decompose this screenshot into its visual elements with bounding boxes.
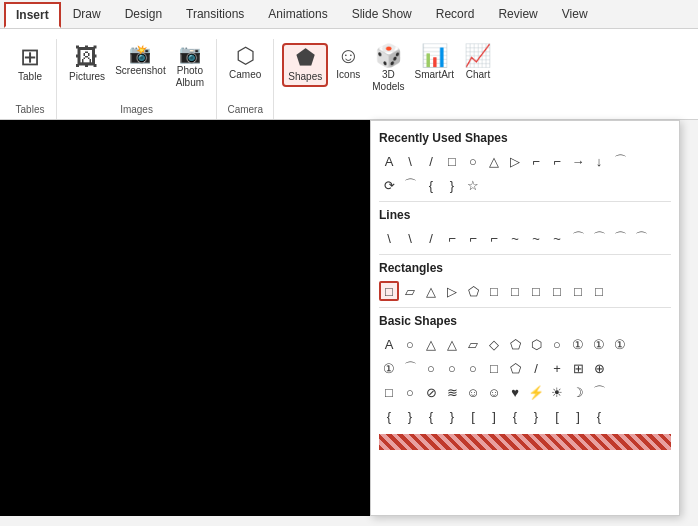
photo-album-button[interactable]: 📷 PhotoAlbum xyxy=(172,43,208,91)
tab-record[interactable]: Record xyxy=(424,0,487,28)
shape-oval[interactable]: ○ xyxy=(463,151,483,171)
shape-line1[interactable]: \ xyxy=(400,151,420,171)
line-11[interactable]: ⌒ xyxy=(589,228,609,248)
bs-sq1[interactable]: □ xyxy=(379,382,399,402)
bs-plus[interactable]: + xyxy=(547,358,567,378)
rect-6[interactable]: □ xyxy=(526,281,546,301)
line-1[interactable]: \ xyxy=(379,228,399,248)
shape-rtriangle[interactable]: ▷ xyxy=(505,151,525,171)
chart-button[interactable]: 📈 Chart xyxy=(460,43,496,83)
line-9[interactable]: ~ xyxy=(547,228,567,248)
bs-para[interactable]: ▱ xyxy=(463,334,483,354)
rect-8[interactable]: □ xyxy=(568,281,588,301)
bs-circle1[interactable]: ① xyxy=(568,334,588,354)
tab-draw[interactable]: Draw xyxy=(61,0,113,28)
line-5[interactable]: ⌐ xyxy=(463,228,483,248)
bs-brace5[interactable]: { xyxy=(505,406,525,426)
bs-circle2[interactable]: ① xyxy=(589,334,609,354)
bs-oval[interactable]: ○ xyxy=(400,334,420,354)
bs-hepta[interactable]: ○ xyxy=(547,334,567,354)
rect-basic[interactable]: □ xyxy=(379,281,399,301)
pictures-button[interactable]: 🖼 Pictures xyxy=(65,43,109,85)
tab-view[interactable]: View xyxy=(550,0,600,28)
bs-brace4[interactable]: } xyxy=(442,406,462,426)
bs-bracket3[interactable]: [ xyxy=(547,406,567,426)
cameo-button[interactable]: ⬡ Cameo xyxy=(225,43,265,83)
line-13[interactable]: ⌒ xyxy=(631,228,651,248)
bs-rect2[interactable]: □ xyxy=(484,358,504,378)
icons-button[interactable]: ☺ Icons xyxy=(330,43,366,83)
bs-bracket2[interactable]: ] xyxy=(484,406,504,426)
shape-brace-r[interactable]: } xyxy=(442,175,462,195)
bs-arc[interactable]: ⌒ xyxy=(400,358,420,378)
smartart-button[interactable]: 📊 SmartArt xyxy=(411,43,458,83)
shape-arrow-r[interactable]: → xyxy=(568,151,588,171)
line-10[interactable]: ⌒ xyxy=(568,228,588,248)
rect-snip3[interactable]: ⬠ xyxy=(463,281,483,301)
bs-hexa2[interactable]: ⬠ xyxy=(505,358,525,378)
bs-heart[interactable]: ♥ xyxy=(505,382,525,402)
bs-text[interactable]: A xyxy=(379,334,399,354)
bs-bevel[interactable]: / xyxy=(526,358,546,378)
bs-pie[interactable]: ○ xyxy=(442,358,462,378)
bs-chord[interactable]: ○ xyxy=(421,358,441,378)
line-4[interactable]: ⌐ xyxy=(442,228,462,248)
bs-penta[interactable]: ⬠ xyxy=(505,334,525,354)
table-button[interactable]: ⊞ Table xyxy=(12,43,48,85)
bs-brace3[interactable]: { xyxy=(421,406,441,426)
bs-cross[interactable]: ⊕ xyxy=(589,358,609,378)
bs-brace7[interactable]: { xyxy=(589,406,609,426)
line-6[interactable]: ⌐ xyxy=(484,228,504,248)
shape-line2[interactable]: / xyxy=(421,151,441,171)
bs-prohibit[interactable]: ⊘ xyxy=(421,382,441,402)
line-8[interactable]: ~ xyxy=(526,228,546,248)
bs-cyl[interactable]: ○ xyxy=(400,382,420,402)
bs-brace6[interactable]: } xyxy=(526,406,546,426)
shape-brace-l[interactable]: { xyxy=(421,175,441,195)
bs-hexa[interactable]: ⬡ xyxy=(526,334,546,354)
bs-diamond[interactable]: ◇ xyxy=(484,334,504,354)
shape-wave[interactable]: ⌒ xyxy=(400,175,420,195)
3d-models-button[interactable]: 🎲 3DModels xyxy=(368,43,408,95)
tab-animations[interactable]: Animations xyxy=(256,0,339,28)
bs-rtriangle[interactable]: △ xyxy=(442,334,462,354)
shape-rect[interactable]: □ xyxy=(442,151,462,171)
tab-slideshow[interactable]: Slide Show xyxy=(340,0,424,28)
bs-brace1[interactable]: { xyxy=(379,406,399,426)
line-7[interactable]: ~ xyxy=(505,228,525,248)
shape-arc[interactable]: ⌒ xyxy=(610,151,630,171)
bs-lines[interactable]: ≋ xyxy=(442,382,462,402)
bs-frame[interactable]: ○ xyxy=(463,358,483,378)
bs-face1[interactable]: ☺ xyxy=(463,382,483,402)
bs-brace2[interactable]: } xyxy=(400,406,420,426)
bs-grid[interactable]: ⊞ xyxy=(568,358,588,378)
shape-arrow-d[interactable]: ↓ xyxy=(589,151,609,171)
bs-sun[interactable]: ☀ xyxy=(547,382,567,402)
bs-wave[interactable]: ⌒ xyxy=(589,382,609,402)
line-12[interactable]: ⌒ xyxy=(610,228,630,248)
shape-elbow2[interactable]: ⌐ xyxy=(547,151,567,171)
rect-snip2[interactable]: ▷ xyxy=(442,281,462,301)
line-2[interactable]: \ xyxy=(400,228,420,248)
bs-moon[interactable]: ☽ xyxy=(568,382,588,402)
shape-star[interactable]: ☆ xyxy=(463,175,483,195)
bs-face2[interactable]: ☺ xyxy=(484,382,504,402)
tab-transitions[interactable]: Transitions xyxy=(174,0,256,28)
shape-triangle[interactable]: △ xyxy=(484,151,504,171)
bs-bracket4[interactable]: ] xyxy=(568,406,588,426)
line-3[interactable]: / xyxy=(421,228,441,248)
tab-design[interactable]: Design xyxy=(113,0,174,28)
tab-review[interactable]: Review xyxy=(486,0,549,28)
tab-insert[interactable]: Insert xyxy=(4,2,61,28)
rect-5[interactable]: □ xyxy=(505,281,525,301)
bs-bracket1[interactable]: [ xyxy=(463,406,483,426)
shapes-button[interactable]: ⬟ Shapes xyxy=(282,43,328,87)
shape-text[interactable]: A xyxy=(379,151,399,171)
rect-snip1[interactable]: △ xyxy=(421,281,441,301)
rect-snip4[interactable]: □ xyxy=(484,281,504,301)
bs-triangle1[interactable]: △ xyxy=(421,334,441,354)
rect-9[interactable]: □ xyxy=(589,281,609,301)
bs-lightning[interactable]: ⚡ xyxy=(526,382,546,402)
shape-elbow1[interactable]: ⌐ xyxy=(526,151,546,171)
screenshot-button[interactable]: 📸 Screenshot xyxy=(111,43,170,79)
